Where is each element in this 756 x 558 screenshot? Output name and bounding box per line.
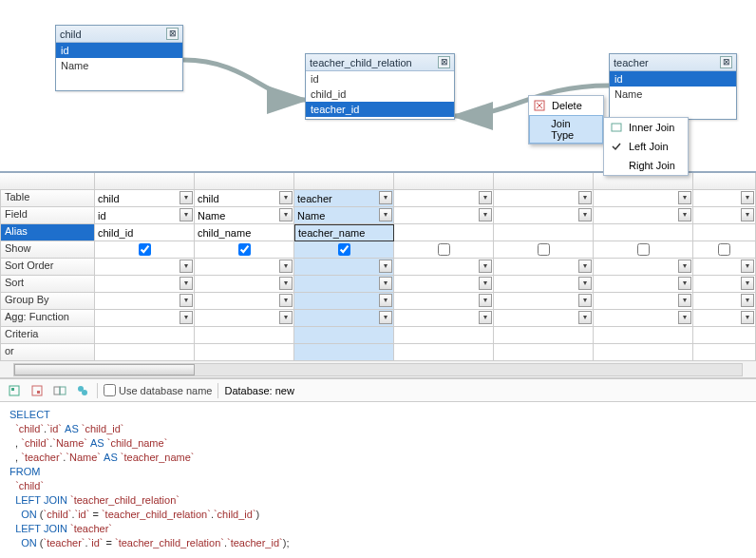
field-id[interactable]: id: [56, 43, 182, 58]
cell-field-1[interactable]: Name▾: [195, 207, 294, 224]
dropdown-icon[interactable]: ▾: [479, 260, 492, 273]
cell-field-4[interactable]: ▾: [494, 207, 594, 224]
cell-or-0[interactable]: [95, 344, 195, 361]
row-head-show[interactable]: Show: [0, 241, 95, 259]
cell-sort-order-2[interactable]: ▾: [294, 259, 394, 276]
dropdown-icon[interactable]: ▾: [741, 277, 754, 290]
join-type-submenu[interactable]: Inner Join Left Join Right Join: [603, 117, 689, 176]
dropdown-icon[interactable]: ▾: [379, 277, 392, 290]
dropdown-icon[interactable]: ▾: [741, 294, 754, 307]
cell-sort-order-3[interactable]: ▾: [394, 259, 494, 276]
dropdown-icon[interactable]: ▾: [180, 294, 193, 307]
cell-sort-order-1[interactable]: ▾: [195, 259, 294, 276]
context-menu[interactable]: Delete Join Type Inner Join Left Join Ri…: [528, 95, 604, 144]
cell-criteria-0[interactable]: [95, 327, 195, 344]
cell-group-by-3[interactable]: ▾: [394, 293, 494, 310]
dropdown-icon[interactable]: ▾: [379, 311, 392, 324]
dropdown-icon[interactable]: ▾: [180, 191, 193, 204]
cell-sort-order-4[interactable]: ▾: [494, 259, 594, 276]
cell-show-3[interactable]: [394, 241, 494, 259]
row-head-table[interactable]: Table: [0, 190, 95, 207]
dropdown-icon[interactable]: ▾: [479, 191, 492, 204]
cell-alias-4[interactable]: [494, 224, 594, 241]
dropdown-icon[interactable]: ▾: [479, 208, 492, 221]
cell-group-by-1[interactable]: ▾: [195, 293, 294, 310]
cell-alias-1[interactable]: child_name: [195, 224, 294, 241]
dropdown-icon[interactable]: ▾: [279, 294, 293, 307]
cell-table-0[interactable]: child▾: [95, 190, 195, 207]
cell-field-5[interactable]: ▾: [594, 207, 693, 224]
field-id[interactable]: id: [306, 71, 454, 87]
field-child_id[interactable]: child_id: [306, 87, 454, 102]
cell-sort-order-6[interactable]: ▾: [693, 259, 756, 276]
cell-group-by-5[interactable]: ▾: [594, 293, 693, 310]
dropdown-icon[interactable]: ▾: [180, 311, 193, 324]
cell-agg-function-3[interactable]: ▾: [394, 310, 494, 327]
dropdown-icon[interactable]: ▾: [678, 260, 691, 273]
show-checkbox[interactable]: [438, 243, 450, 256]
cell-or-3[interactable]: [394, 344, 494, 361]
cell-table-1[interactable]: child▾: [195, 190, 294, 207]
toolbar-btn-3[interactable]: [51, 382, 68, 399]
submenu-inner-join[interactable]: Inner Join: [604, 118, 688, 137]
dropdown-icon[interactable]: ▾: [678, 208, 691, 221]
cell-sort-1[interactable]: ▾: [195, 276, 294, 293]
dropdown-icon[interactable]: ▾: [279, 311, 293, 324]
cell-sort-order-5[interactable]: ▾: [594, 259, 693, 276]
dropdown-icon[interactable]: ▾: [678, 191, 691, 204]
cell-table-6[interactable]: ▾: [693, 190, 756, 207]
cell-sort-5[interactable]: ▾: [594, 276, 693, 293]
field-id[interactable]: id: [610, 71, 736, 87]
dropdown-icon[interactable]: ▾: [279, 277, 293, 290]
cell-table-4[interactable]: ▾: [494, 190, 594, 207]
table-child[interactable]: child⊠idName: [55, 25, 183, 91]
cell-sort-2[interactable]: ▾: [294, 276, 394, 293]
cell-sort-0[interactable]: ▾: [95, 276, 195, 293]
use-db-input[interactable]: [104, 384, 116, 396]
dropdown-icon[interactable]: ▾: [578, 208, 592, 221]
cell-table-5[interactable]: ▾: [594, 190, 693, 207]
dropdown-icon[interactable]: ▾: [180, 260, 193, 273]
cell-table-2[interactable]: teacher▾: [294, 190, 394, 207]
cell-field-6[interactable]: ▾: [693, 207, 756, 224]
cell-sort-order-0[interactable]: ▾: [95, 259, 195, 276]
cell-show-4[interactable]: [494, 241, 594, 259]
cell-sort-3[interactable]: ▾: [394, 276, 494, 293]
cell-field-3[interactable]: ▾: [394, 207, 494, 224]
cell-or-4[interactable]: [494, 344, 594, 361]
row-head-field[interactable]: Field: [0, 207, 95, 224]
dropdown-icon[interactable]: ▾: [279, 208, 293, 221]
cell-group-by-0[interactable]: ▾: [95, 293, 195, 310]
dropdown-icon[interactable]: ▾: [479, 311, 492, 324]
cell-field-2[interactable]: Name▾: [294, 207, 394, 224]
cell-agg-function-2[interactable]: ▾: [294, 310, 394, 327]
show-checkbox[interactable]: [718, 243, 730, 256]
row-head-group-by[interactable]: Group By: [0, 293, 95, 310]
close-icon[interactable]: ⊠: [166, 28, 179, 40]
submenu-left-join[interactable]: Left Join: [604, 137, 688, 156]
dropdown-icon[interactable]: ▾: [379, 260, 392, 273]
dropdown-icon[interactable]: ▾: [578, 294, 592, 307]
dropdown-icon[interactable]: ▾: [578, 260, 592, 273]
cell-group-by-4[interactable]: ▾: [494, 293, 594, 310]
cell-agg-function-4[interactable]: ▾: [494, 310, 594, 327]
submenu-right-join[interactable]: Right Join: [604, 156, 688, 175]
show-checkbox[interactable]: [637, 243, 650, 256]
dropdown-icon[interactable]: ▾: [479, 277, 492, 290]
cell-alias-3[interactable]: [394, 224, 494, 241]
cell-show-2[interactable]: [294, 241, 394, 259]
menu-join-type[interactable]: Join Type: [529, 115, 603, 144]
dropdown-icon[interactable]: ▾: [479, 294, 492, 307]
use-db-checkbox[interactable]: Use database name: [104, 384, 212, 396]
dropdown-icon[interactable]: ▾: [379, 294, 392, 307]
dropdown-icon[interactable]: ▾: [678, 294, 691, 307]
cell-alias-6[interactable]: [693, 224, 756, 241]
row-head-alias[interactable]: Alias: [0, 224, 95, 241]
show-checkbox[interactable]: [238, 243, 251, 256]
toolbar-btn-1[interactable]: [6, 382, 23, 399]
grid-scrollbar[interactable]: [0, 361, 756, 378]
dropdown-icon[interactable]: ▾: [180, 208, 193, 221]
cell-or-5[interactable]: [594, 344, 693, 361]
row-head-agg-function[interactable]: Agg: Function: [0, 310, 95, 327]
cell-criteria-2[interactable]: [294, 327, 394, 344]
